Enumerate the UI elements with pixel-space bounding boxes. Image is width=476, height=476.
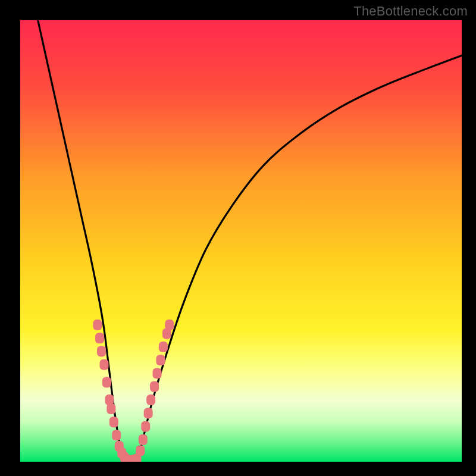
data-marker xyxy=(139,434,148,445)
data-marker xyxy=(144,408,153,418)
data-marker xyxy=(165,320,174,330)
data-marker xyxy=(107,403,115,414)
data-marker xyxy=(99,359,108,370)
watermark-text: TheBottleneck.com xyxy=(353,4,468,19)
plot-area xyxy=(20,20,462,462)
data-marker xyxy=(109,416,118,427)
data-marker xyxy=(102,377,111,387)
data-marker xyxy=(150,381,159,392)
data-marker xyxy=(141,421,150,432)
data-marker xyxy=(136,445,145,456)
data-marker xyxy=(156,355,165,365)
data-marker xyxy=(95,333,104,343)
data-marker xyxy=(146,394,155,405)
data-marker xyxy=(159,342,168,352)
bottleneck-curve-path xyxy=(38,20,462,462)
curve-layer xyxy=(38,20,462,462)
data-marker xyxy=(112,430,121,440)
data-marker xyxy=(153,368,162,379)
data-marker xyxy=(93,320,102,330)
chart-svg xyxy=(20,20,462,462)
data-marker xyxy=(97,346,106,357)
outer-frame: TheBottleneck.com xyxy=(0,0,476,476)
